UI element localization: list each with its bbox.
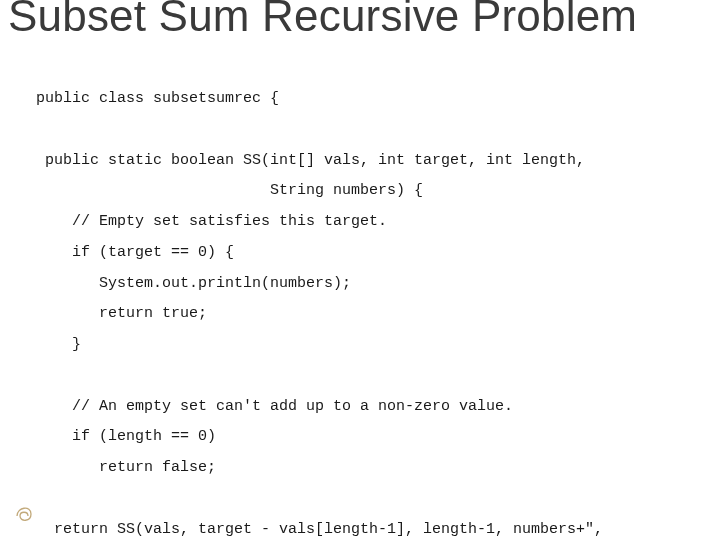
code-line: String numbers) { <box>36 182 423 199</box>
code-line: if (target == 0) { <box>36 244 234 261</box>
code-line: } <box>36 336 81 353</box>
code-line: System.out.println(numbers); <box>36 275 351 292</box>
code-line: public static boolean SS(int[] vals, int… <box>36 152 585 169</box>
code-line: return false; <box>36 459 216 476</box>
code-line: return true; <box>36 305 207 322</box>
code-block: public class subsetsumrec { public stati… <box>36 84 700 540</box>
code-line: // Empty set satisfies this target. <box>36 213 387 230</box>
slide: Subset Sum Recursive Problem public clas… <box>0 0 720 540</box>
slide-title: Subset Sum Recursive Problem <box>8 0 637 38</box>
code-line: if (length == 0) <box>36 428 216 445</box>
decorative-swirl-icon <box>14 502 36 530</box>
code-line: // An empty set can't add up to a non-ze… <box>36 398 513 415</box>
code-line: return SS(vals, target - vals[length-1],… <box>36 521 603 538</box>
code-line: public class subsetsumrec { <box>36 90 279 107</box>
